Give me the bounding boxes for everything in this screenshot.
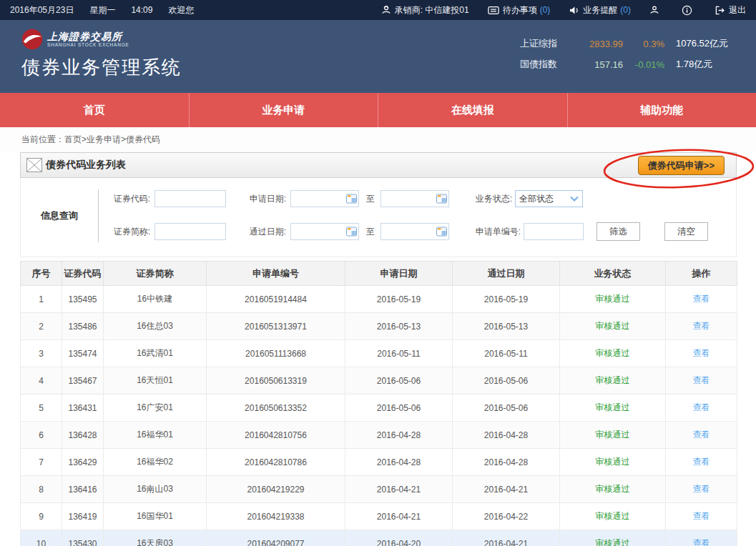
nav-tab-3[interactable]: 在线填报: [378, 93, 567, 127]
filter-button[interactable]: 筛选: [597, 222, 640, 241]
cell-code: 135430: [62, 530, 104, 546]
table-row: 613642816福华0120160428107562016-04-282016…: [21, 422, 737, 449]
status-badge: 审核通过: [596, 375, 630, 385]
cell-apply-date: 2016-04-20: [345, 530, 453, 546]
info-icon[interactable]: [682, 5, 692, 16]
status-badge: 审核通过: [596, 402, 630, 412]
cell-code: 136429: [62, 449, 104, 476]
table-row: 1013543016天房032016042090772016-04-202016…: [21, 530, 737, 546]
cell-action: 查看: [666, 476, 737, 503]
view-link[interactable]: 查看: [693, 484, 710, 494]
reminder-count: (0): [620, 5, 631, 15]
table-head: 序号证券代码证券简称申请单编号申请日期通过日期业务状态操作: [21, 262, 737, 286]
cell-apply-date: 2016-05-13: [345, 313, 453, 340]
table-header-cell: 申请单编号: [207, 262, 345, 286]
table-header-cell: 操作: [666, 262, 737, 286]
nav-tab-1[interactable]: 首页: [0, 93, 189, 127]
table-header-cell: 证券简称: [104, 262, 207, 286]
status-badge: 审核通过: [596, 348, 630, 358]
cell-code: 136416: [62, 476, 104, 503]
view-link[interactable]: 查看: [693, 511, 710, 521]
cell-status: 审核通过: [560, 530, 666, 546]
table-header-cell: 通过日期: [453, 262, 560, 286]
topbar: 2016年05月23日 星期一 14:09 欢迎您 承销商: 中信建投01 待办…: [0, 0, 756, 20]
index-name: 国债指数: [520, 58, 573, 71]
calendar-icon[interactable]: [436, 194, 447, 204]
cell-apply-no: 2016051914484: [207, 286, 345, 313]
user-icon[interactable]: [649, 5, 659, 15]
cell-status: 审核通过: [560, 286, 666, 313]
calendar-icon[interactable]: [436, 227, 447, 237]
cell-apply-date: 2016-05-06: [345, 367, 453, 394]
view-link[interactable]: 查看: [693, 457, 710, 467]
cell-no: 9: [21, 503, 62, 530]
broken-image-icon: [26, 158, 42, 172]
cell-apply-no: 2016042810756: [207, 422, 345, 449]
cell-action: 查看: [666, 449, 737, 476]
apply-no-label: 申请单编号:: [468, 226, 521, 238]
security-abbr-input[interactable]: [154, 223, 226, 240]
content-panel: 债券代码业务列表 债券代码申请>> 信息查询 证券代码: 申请日期: 至: [20, 152, 737, 546]
logout-button[interactable]: 退出: [715, 4, 746, 16]
view-link[interactable]: 查看: [693, 402, 710, 412]
cell-apply-no: 201604219229: [207, 476, 345, 503]
view-link[interactable]: 查看: [693, 375, 710, 385]
weekday-text: 星期一: [89, 4, 115, 16]
table-header-cell: 业务状态: [560, 262, 666, 286]
query-section-label: 信息查询: [21, 189, 99, 242]
bond-code-table: 序号证券代码证券简称申请单编号申请日期通过日期业务状态操作 113549516中…: [20, 261, 737, 546]
cell-abbr: 16中铁建: [104, 286, 207, 313]
todo-menu[interactable]: 待办事项 (0): [488, 4, 551, 16]
cell-apply-no: 2016051113668: [207, 340, 345, 367]
range-separator: 至: [366, 193, 375, 205]
cell-code: 135467: [62, 367, 104, 394]
headset-person-icon: [381, 5, 391, 15]
cell-no: 3: [21, 340, 62, 367]
cell-code: 136428: [62, 422, 104, 449]
cell-apply-no: 201604219338: [207, 503, 345, 530]
cell-status: 审核通过: [560, 367, 666, 394]
cell-pass-date: 2016-04-22: [453, 503, 560, 530]
calendar-icon[interactable]: [346, 227, 357, 237]
underwriter-text: 承销商: 中信建投01: [395, 4, 469, 16]
cell-status: 审核通过: [560, 476, 666, 503]
table-row: 513643116广安0120160506133522016-05-062016…: [21, 394, 737, 422]
nav-tab-2[interactable]: 业务申请: [189, 93, 378, 127]
chevron-down-icon: [570, 196, 579, 202]
view-link[interactable]: 查看: [693, 321, 710, 331]
business-status-select[interactable]: 全部状态: [515, 190, 583, 207]
cell-action: 查看: [666, 286, 737, 313]
business-status-label: 业务状态:: [468, 193, 512, 205]
cell-code: 135474: [62, 340, 104, 367]
view-link[interactable]: 查看: [693, 294, 710, 304]
cell-apply-no: 2016042810786: [207, 449, 345, 476]
cell-pass-date: 2016-05-13: [453, 313, 560, 340]
cell-apply-date: 2016-04-21: [345, 503, 453, 530]
table-row: 413546716天恒0120160506133192016-05-062016…: [21, 367, 737, 394]
cell-abbr: 16住总03: [104, 313, 207, 340]
bond-code-apply-button[interactable]: 债券代码申请>>: [638, 156, 725, 175]
reminder-menu[interactable]: 业务提醒 (0): [569, 4, 631, 16]
cell-no: 4: [21, 367, 62, 394]
time-text: 14:09: [131, 5, 152, 15]
brand-block: 上海證券交易所 SHANGHAI STOCK EXCHANGE 债券业务管理系统: [21, 29, 182, 80]
index-row: 上证综指2833.990.3%1076.52亿元: [520, 37, 742, 50]
view-link[interactable]: 查看: [693, 430, 710, 440]
date-text: 2016年05月23日: [10, 4, 74, 16]
security-code-input[interactable]: [154, 190, 226, 207]
calendar-icon[interactable]: [346, 194, 357, 204]
apply-no-input[interactable]: [524, 223, 584, 240]
panel-header: 债券代码业务列表 债券代码申请>>: [20, 152, 737, 178]
clear-button[interactable]: 清空: [664, 222, 708, 241]
system-title: 债券业务管理系统: [21, 55, 182, 80]
cell-pass-date: 2016-04-21: [453, 530, 560, 546]
table-row: 713642916福华0220160428107862016-04-282016…: [21, 449, 737, 476]
cell-pass-date: 2016-05-06: [453, 367, 560, 394]
reminder-label: 业务提醒: [583, 4, 617, 16]
panel-title: 债券代码业务列表: [46, 159, 126, 172]
cell-pass-date: 2016-04-28: [453, 422, 560, 449]
cell-apply-no: 2016050613352: [207, 394, 345, 422]
view-link[interactable]: 查看: [693, 538, 710, 546]
nav-tab-4[interactable]: 辅助功能: [567, 93, 756, 127]
view-link[interactable]: 查看: [693, 348, 710, 358]
